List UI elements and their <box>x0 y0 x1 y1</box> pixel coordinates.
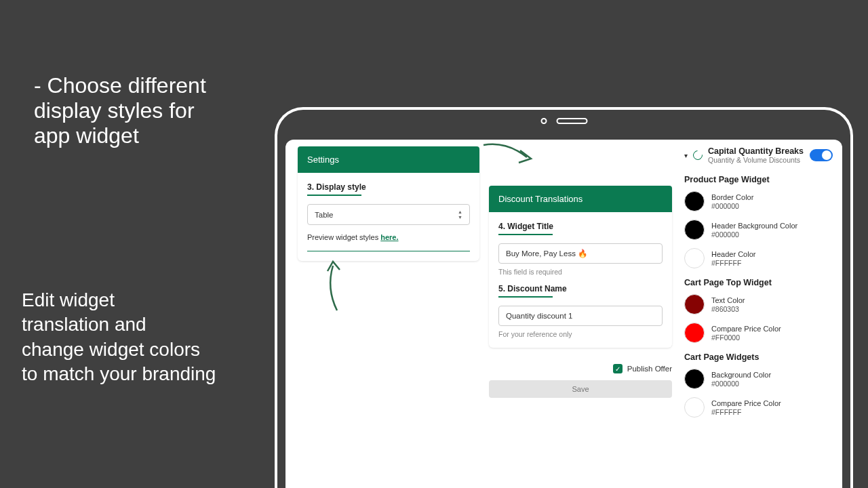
color-row[interactable]: Compare Price Color#FF0000 <box>684 323 833 343</box>
color-row[interactable]: Compare Price Color#FFFFFF <box>684 397 833 418</box>
color-hex: #FF0000 <box>711 333 781 342</box>
app-title: Capital Quantity Breaks <box>708 146 804 156</box>
discount-name-label: 5. Discount Name <box>498 284 663 293</box>
color-hex: #000000 <box>711 202 753 210</box>
color-label: Compare Price Color <box>711 324 781 334</box>
preview-hint: Preview widget styles here. <box>307 233 470 241</box>
color-label: Border Color <box>711 192 753 203</box>
color-row[interactable]: Background Color#000000 <box>684 369 833 389</box>
accent-underline <box>498 296 553 298</box>
color-swatch[interactable] <box>684 323 705 343</box>
widget-title-input[interactable] <box>498 243 663 264</box>
color-label: Compare Price Color <box>711 399 781 409</box>
widget-title-hint: This field is required <box>498 268 663 276</box>
settings-panel: Settings 3. Display style Table ▲▼ Previ… <box>298 146 479 261</box>
cart-top-widget-title: Cart Page Top Widget <box>684 278 833 287</box>
discount-name-input[interactable] <box>498 306 663 326</box>
app-header: ▾ Capital Quantity Breaks Quantity & Vol… <box>684 146 833 164</box>
accent-underline <box>307 195 361 196</box>
color-label: Header Color <box>711 249 755 260</box>
color-swatch[interactable] <box>684 220 705 240</box>
cart-widgets-colors: Background Color#000000Compare Price Col… <box>684 369 833 418</box>
select-stepper-icon: ▲▼ <box>458 209 462 220</box>
save-button[interactable]: Save <box>489 380 672 398</box>
publish-checkbox[interactable]: ✓ <box>613 364 623 373</box>
settings-panel-title: Settings <box>298 146 479 173</box>
product-page-widget-title: Product Page Widget <box>684 175 833 184</box>
color-row[interactable]: Header Background Color#000000 <box>684 220 833 240</box>
collapse-icon[interactable]: ▾ <box>684 152 688 159</box>
tablet-frame: Settings 3. Display style Table ▲▼ Previ… <box>275 107 853 488</box>
color-hex: #000000 <box>711 230 797 239</box>
widget-title-label: 4. Widget Title <box>498 222 663 231</box>
cart-top-colors: Text Color#860303Compare Price Color#FF0… <box>684 294 833 343</box>
color-swatch[interactable] <box>684 248 705 268</box>
color-swatch[interactable] <box>684 191 705 211</box>
color-swatch[interactable] <box>684 294 705 314</box>
refresh-icon[interactable] <box>691 148 705 162</box>
color-label: Text Color <box>711 296 745 306</box>
color-row[interactable]: Header Color#FFFFFF <box>684 248 833 268</box>
color-swatch[interactable] <box>684 369 705 389</box>
color-row[interactable]: Border Color#000000 <box>684 191 833 211</box>
color-row[interactable]: Text Color#860303 <box>684 294 833 314</box>
color-hex: #000000 <box>711 380 771 388</box>
promo-headline-1: - Choose different display styles for ap… <box>34 73 206 148</box>
color-hex: #860303 <box>711 305 745 313</box>
translations-panel-title: Discount Translations <box>489 186 672 212</box>
cart-widgets-title: Cart Page Widgets <box>684 352 833 362</box>
translations-panel: Discount Translations 4. Widget Title Th… <box>489 186 672 348</box>
discount-name-hint: For your reference only <box>498 330 663 338</box>
preview-link[interactable]: here. <box>380 233 398 241</box>
color-label: Background Color <box>711 370 771 380</box>
publish-label: Publish Offer <box>627 365 672 373</box>
color-swatch[interactable] <box>684 397 705 418</box>
camera-icon <box>540 118 547 124</box>
color-hex: #FFFFFF <box>711 259 755 267</box>
app-subtitle: Quantity & Volume Discounts <box>708 156 804 164</box>
divider <box>307 251 470 251</box>
speaker-icon <box>556 118 587 124</box>
display-style-label: 3. Display style <box>307 182 470 192</box>
display-style-value: Table <box>315 211 334 219</box>
app-enable-toggle[interactable] <box>810 149 833 161</box>
tablet-notch <box>540 118 587 124</box>
color-hex: #FFFFFF <box>711 408 781 416</box>
arrow-up-icon <box>317 255 357 316</box>
app-screen: Settings 3. Display style Table ▲▼ Previ… <box>285 140 842 488</box>
accent-underline <box>498 234 553 235</box>
display-style-select[interactable]: Table ▲▼ <box>307 204 470 225</box>
color-label: Header Background Color <box>711 221 797 231</box>
product-page-colors: Border Color#000000Header Background Col… <box>684 191 833 268</box>
promo-headline-2: Edit widget translation and change widge… <box>22 288 216 387</box>
